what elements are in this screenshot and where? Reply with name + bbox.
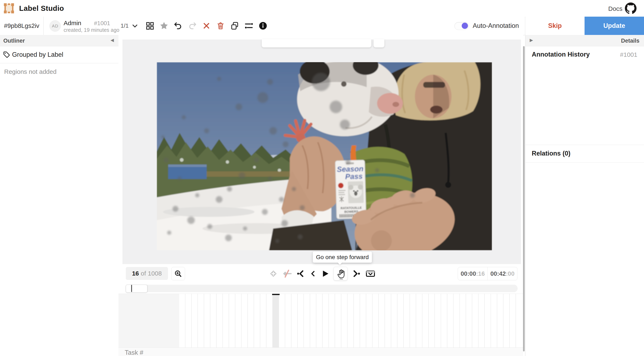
app-title: Label Studio	[19, 4, 64, 12]
star-icon[interactable]	[159, 21, 169, 30]
timeline-grid[interactable]	[179, 294, 520, 348]
auto-annotation-toggle[interactable]	[454, 22, 468, 30]
remove-keyframe-icon[interactable]	[282, 269, 292, 278]
task-bottom-bar: Task #	[118, 348, 523, 356]
annotation-id: #1001	[94, 20, 110, 26]
badge-name-2: BOWERS	[344, 210, 358, 214]
github-icon[interactable]	[625, 2, 636, 14]
add-keyframe-icon[interactable]	[268, 269, 278, 278]
reject-icon[interactable]	[202, 21, 211, 30]
badge-title-2: Pass	[345, 172, 363, 181]
task-id: #9pb8Lgs2iv	[0, 17, 43, 35]
tooltip-text: Go one step forward	[316, 254, 369, 260]
details-title: Details	[621, 38, 640, 44]
redo-icon[interactable]	[188, 21, 197, 30]
skip-button[interactable]: Skip	[525, 17, 584, 35]
annotator-avatar[interactable]: AD	[50, 20, 61, 32]
group-by-label-row[interactable]: Grouped by Label	[0, 46, 118, 64]
current-time-main: 00:00	[461, 270, 476, 277]
outliner-header: Outliner ◀	[0, 35, 118, 46]
current-time[interactable]: 00:00:16	[458, 267, 488, 280]
annotation-toolbar: #9pb8Lgs2iv AD Admin #1001 created, 19 m…	[0, 17, 644, 35]
divider	[526, 145, 644, 145]
undo-icon[interactable]	[173, 21, 183, 30]
magnifier-plus-icon	[174, 269, 182, 278]
delete-icon[interactable]	[216, 21, 225, 30]
auto-annotation-label: Auto-Annotation	[473, 22, 519, 30]
video-photo: Season Pass RATATOUILL	[157, 62, 492, 250]
duplicate-icon[interactable]	[230, 21, 240, 30]
frame-separator: of	[141, 270, 146, 277]
seek-track[interactable]	[126, 285, 518, 292]
toggle-knob	[462, 23, 468, 29]
vertical-scrollbar[interactable]	[523, 46, 525, 352]
details-header: ▶ Details	[526, 35, 644, 46]
timeline-playhead-marker[interactable]	[272, 294, 280, 295]
seek-handle[interactable]	[126, 285, 148, 292]
annotation-created: created, 19 minutes ago	[64, 27, 119, 33]
grouping-label: Grouped by Label	[12, 51, 63, 58]
expand-right-icon[interactable]: ▶	[530, 38, 533, 43]
frames-panel-toggle-button[interactable]	[364, 269, 376, 278]
previous-keypoint-button[interactable]	[296, 269, 306, 278]
details-panel: ▶ Details Annotation History #1001 Relat…	[525, 35, 644, 356]
hand-cursor-icon	[336, 269, 346, 280]
update-button[interactable]: Update	[584, 17, 644, 35]
docs-link[interactable]: Docs	[608, 5, 622, 12]
settings-compare-icon[interactable]	[244, 21, 254, 30]
toolbar-icons	[145, 17, 268, 35]
time-display: 00:00:16 00:42:00	[458, 267, 518, 280]
transport-controls	[268, 264, 376, 283]
video-stage: Season Pass RATATOUILL	[122, 40, 521, 264]
step-forward-button[interactable]	[334, 267, 348, 280]
duration-time[interactable]: 00:42:00	[488, 267, 517, 280]
duration-main: 00:42	[490, 270, 506, 277]
video-frame[interactable]: Season Pass RATATOUILL	[157, 62, 492, 250]
duration-frames: :00	[506, 270, 514, 277]
frame-total: 1008	[148, 270, 162, 277]
annotation-history-title: Annotation History	[532, 51, 590, 58]
tag-icon	[3, 51, 10, 58]
divider	[43, 17, 44, 35]
annotation-pager: 1/1	[120, 22, 129, 29]
current-time-frames: :16	[476, 270, 485, 277]
badge-name-1: RATATOUILLE	[340, 206, 362, 210]
info-icon[interactable]	[258, 21, 268, 30]
task-number-label: Task #	[125, 349, 144, 356]
frame-current: 16	[132, 270, 139, 277]
collapse-left-icon[interactable]: ◀	[110, 38, 114, 43]
floating-toolbar-handle[interactable]	[374, 39, 384, 48]
tooltip: Go one step forward	[313, 252, 372, 263]
seek-playhead	[131, 285, 132, 292]
annotation-history-id: #1001	[620, 51, 637, 58]
floating-toolbar	[262, 39, 371, 48]
zoom-in-button[interactable]	[171, 267, 185, 280]
timeline-labels-area	[118, 294, 179, 348]
timeline-current-frame[interactable]	[273, 294, 279, 348]
regions-empty-message: Regions not added	[4, 68, 56, 75]
label-studio-app: Label Studio Docs #9pb8Lgs2iv AD Admin #…	[0, 0, 644, 356]
relations-title: Relations (0)	[532, 150, 570, 157]
main-content: Season Pass RATATOUILL	[118, 35, 523, 356]
chevron-down-icon[interactable]	[131, 22, 139, 30]
outliner-title: Outliner	[3, 38, 25, 44]
label-studio-logo-icon	[3, 3, 14, 14]
outliner-panel: Outliner ◀ Grouped by Label Regions not …	[0, 35, 119, 356]
frame-counter[interactable]: 16 of 1008	[126, 267, 168, 280]
step-backward-button[interactable]	[309, 269, 317, 278]
annotator-name: Admin	[64, 20, 81, 26]
grid-view-icon[interactable]	[145, 21, 155, 30]
top-header: Label Studio Docs	[0, 0, 644, 17]
next-keypoint-button[interactable]	[351, 269, 361, 278]
play-button[interactable]	[320, 269, 330, 278]
